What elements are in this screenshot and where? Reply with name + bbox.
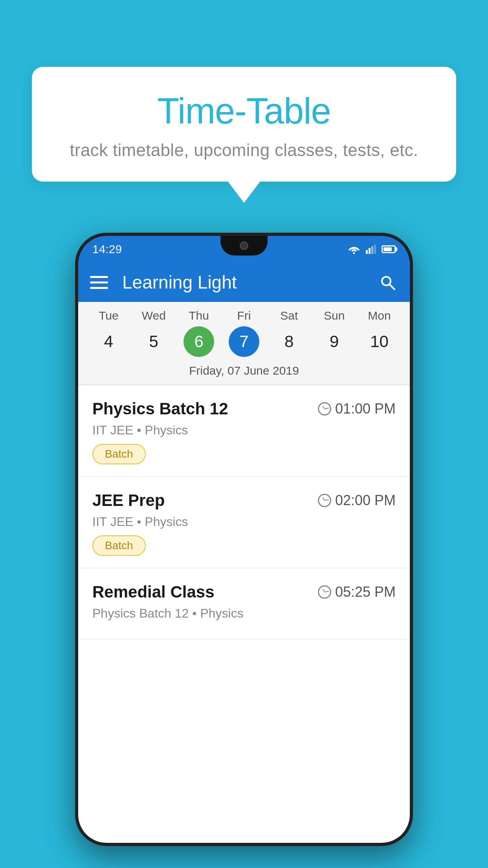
day-number: 10 <box>364 326 394 357</box>
calendar-strip: Tue4Wed5Thu6Fri7Sat8Sun9Mon10 Friday, 07… <box>78 302 410 385</box>
status-time: 14:29 <box>92 243 348 256</box>
calendar-day-tue[interactable]: Tue4 <box>90 309 127 357</box>
day-number: 7 <box>229 326 259 357</box>
batch-badge: Batch <box>92 444 146 464</box>
search-button[interactable] <box>377 272 398 293</box>
volume-up-button <box>75 377 78 425</box>
svg-point-0 <box>353 252 355 254</box>
phone-wrapper: 14:29 <box>0 233 488 846</box>
schedule-item-subtitle: Physics Batch 12 • Physics <box>92 606 396 621</box>
calendar-day-wed[interactable]: Wed5 <box>135 309 172 357</box>
menu-line-2 <box>90 281 108 283</box>
schedule-item-0[interactable]: Physics Batch 1201:00 PMIIT JEE • Physic… <box>78 385 410 477</box>
cell-signal-icon <box>366 245 376 254</box>
schedule-item-header: JEE Prep02:00 PM <box>92 491 396 510</box>
day-number: 5 <box>138 326 169 357</box>
menu-button[interactable] <box>90 276 108 289</box>
schedule-item-1[interactable]: JEE Prep02:00 PMIIT JEE • PhysicsBatch <box>78 477 410 568</box>
phone-camera <box>240 241 248 250</box>
calendar-days-row: Tue4Wed5Thu6Fri7Sat8Sun9Mon10 <box>78 309 410 360</box>
schedule-item-subtitle: IIT JEE • Physics <box>92 515 396 529</box>
app-title: Learning Light <box>122 272 377 293</box>
bubble-title: Time-Table <box>63 90 425 132</box>
day-number: 6 <box>183 326 214 357</box>
day-name: Sat <box>280 309 298 322</box>
svg-rect-2 <box>369 248 371 254</box>
schedule-item-title: Remedial Class <box>92 583 215 601</box>
calendar-day-thu[interactable]: Thu6 <box>180 309 218 357</box>
schedule-item-header: Physics Batch 1201:00 PM <box>92 399 396 418</box>
svg-rect-1 <box>366 250 368 254</box>
schedule-item-2[interactable]: Remedial Class05:25 PMPhysics Batch 12 •… <box>78 568 410 640</box>
battery-fill <box>383 247 392 251</box>
time-text: 05:25 PM <box>335 584 396 600</box>
schedule-item-title: JEE Prep <box>92 491 165 510</box>
schedule-item-time: 05:25 PM <box>318 584 396 600</box>
battery-icon <box>382 245 396 253</box>
schedule-item-title: Physics Batch 12 <box>92 399 228 418</box>
calendar-day-fri[interactable]: Fri7 <box>225 309 263 357</box>
svg-rect-4 <box>374 245 376 254</box>
wifi-icon <box>348 245 360 254</box>
day-name: Tue <box>99 309 119 322</box>
clock-icon <box>318 494 331 507</box>
speech-bubble-area: Time-Table track timetable, upcoming cla… <box>0 67 488 182</box>
menu-line-3 <box>90 287 108 289</box>
day-number: 4 <box>93 326 124 357</box>
mute-button <box>75 330 78 362</box>
power-button <box>410 354 413 401</box>
svg-rect-3 <box>371 246 373 254</box>
day-name: Thu <box>189 309 209 322</box>
schedule-list: Physics Batch 1201:00 PMIIT JEE • Physic… <box>78 385 410 640</box>
schedule-item-time: 01:00 PM <box>318 401 396 417</box>
calendar-day-sun[interactable]: Sun9 <box>316 309 353 357</box>
day-number: 9 <box>319 326 350 357</box>
time-text: 02:00 PM <box>335 492 396 509</box>
clock-icon <box>318 402 331 416</box>
menu-line-1 <box>90 276 108 278</box>
volume-down-button <box>75 436 78 484</box>
schedule-item-time: 02:00 PM <box>318 492 396 509</box>
day-name: Mon <box>368 309 391 322</box>
calendar-day-sat[interactable]: Sat8 <box>270 309 308 357</box>
day-name: Wed <box>142 309 166 322</box>
schedule-item-header: Remedial Class05:25 PM <box>92 583 396 601</box>
calendar-date-label: Friday, 07 June 2019 <box>78 360 410 384</box>
bubble-subtitle: track timetable, upcoming classes, tests… <box>63 140 425 160</box>
day-number: 8 <box>274 326 305 357</box>
app-bar: Learning Light <box>78 263 410 302</box>
calendar-day-mon[interactable]: Mon10 <box>360 309 398 357</box>
phone-device: 14:29 <box>75 233 413 846</box>
day-name: Fri <box>237 309 251 322</box>
phone-notch <box>220 236 268 256</box>
search-icon <box>379 274 396 291</box>
speech-bubble: Time-Table track timetable, upcoming cla… <box>32 67 456 182</box>
svg-line-6 <box>389 284 394 289</box>
day-name: Sun <box>324 309 345 322</box>
clock-icon <box>318 585 331 599</box>
batch-badge: Batch <box>92 535 146 556</box>
status-icons <box>348 245 396 254</box>
app-screen: Learning Light Tue4Wed5Thu6Fri7Sat8Sun9M… <box>78 263 410 843</box>
schedule-item-subtitle: IIT JEE • Physics <box>92 423 396 438</box>
time-text: 01:00 PM <box>335 401 396 417</box>
